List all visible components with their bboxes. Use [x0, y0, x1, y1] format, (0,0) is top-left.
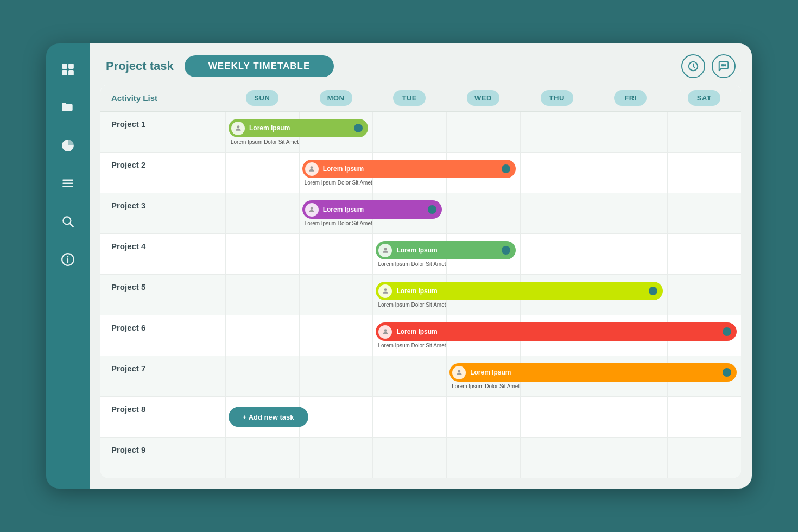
cell-row6-day3	[446, 356, 520, 396]
svg-rect-3	[68, 70, 74, 75]
table-row: Project 8+ Add new task	[100, 397, 741, 438]
cell-row4-day4	[520, 275, 594, 315]
cell-row3-day2	[372, 234, 446, 274]
cell-row5-day2	[372, 315, 446, 356]
cell-row1-day3	[446, 153, 520, 193]
sidebar-icon-info[interactable]	[57, 249, 79, 270]
table-row: Project 7Lorem IpsumLorem Ipsum Dolor Si…	[100, 356, 741, 397]
activity-column-header: Activity List	[100, 85, 225, 111]
col-header-wed: WED	[446, 85, 520, 111]
cell-row6-day5	[594, 356, 668, 396]
cell-row8-day1	[299, 438, 373, 478]
col-header-sun: SUN	[225, 85, 299, 111]
cell-row5-day0	[225, 315, 299, 356]
svg-rect-2	[62, 70, 67, 75]
cell-row0-day3	[446, 112, 520, 152]
sidebar	[46, 43, 90, 489]
chat-button[interactable]	[712, 54, 736, 78]
cell-row7-day5	[594, 397, 668, 437]
timetable: Activity List SUN MON TUE WED THU FRI SA…	[100, 85, 741, 478]
sidebar-icon-list[interactable]	[57, 173, 79, 194]
svg-point-11	[67, 256, 69, 258]
row-label-0: Project 1	[100, 112, 225, 152]
cell-row1-day0	[225, 153, 299, 193]
table-row: Project 2Lorem IpsumLorem Ipsum Dolor Si…	[100, 153, 741, 193]
cell-row4-day3	[446, 275, 520, 315]
weekly-timetable-badge: WEEKLY TIMETABLE	[185, 55, 334, 77]
cell-row5-day3	[446, 315, 520, 356]
cell-row6-day2	[372, 356, 446, 396]
cell-row6-day0	[225, 356, 299, 396]
row-label-1: Project 2	[100, 153, 225, 193]
cell-row1-day4	[520, 153, 594, 193]
cell-row7-day3	[446, 397, 520, 437]
row-label-2: Project 3	[100, 193, 225, 233]
sidebar-icon-chart[interactable]	[57, 135, 79, 156]
cell-row4-day1	[299, 275, 373, 315]
cell-row4-day5	[594, 275, 668, 315]
cell-row6-day6	[667, 356, 741, 396]
col-header-thu: THU	[520, 85, 594, 111]
sidebar-icon-grid[interactable]	[57, 59, 79, 80]
cell-row8-day4	[520, 438, 594, 478]
svg-rect-5	[62, 182, 73, 184]
row-label-6: Project 7	[100, 356, 225, 396]
cell-row2-day4	[520, 193, 594, 233]
cell-row3-day0	[225, 234, 299, 274]
main-content: Project task WEEKLY TIMETABLE Activity L…	[90, 43, 752, 489]
cell-row5-day1	[299, 315, 373, 356]
svg-rect-4	[62, 179, 73, 181]
page-title: Project task	[106, 59, 174, 73]
cell-row3-day6	[667, 234, 741, 274]
cell-row2-day2	[372, 193, 446, 233]
cell-row7-day6	[667, 397, 741, 437]
svg-rect-1	[68, 64, 74, 69]
header: Project task WEEKLY TIMETABLE	[90, 43, 752, 85]
cell-row8-day5	[594, 438, 668, 478]
cell-row3-day1	[299, 234, 373, 274]
cell-row8-day3	[446, 438, 520, 478]
main-container: Project task WEEKLY TIMETABLE Activity L…	[46, 43, 752, 489]
table-row: Project 9	[100, 438, 741, 478]
cell-row5-day5	[594, 315, 668, 356]
add-new-task-button[interactable]: + Add new task	[229, 407, 308, 427]
cell-row2-day3	[446, 193, 520, 233]
cell-row6-day1	[299, 356, 373, 396]
clock-button[interactable]	[681, 54, 705, 78]
row-label-3: Project 4	[100, 234, 225, 274]
cell-row1-day1	[299, 153, 373, 193]
cell-row4-day6	[667, 275, 741, 315]
svg-rect-6	[62, 186, 73, 187]
cell-row8-day2	[372, 438, 446, 478]
table-header: Activity List SUN MON TUE WED THU FRI SA…	[100, 85, 741, 112]
svg-point-15	[725, 65, 726, 66]
cell-row1-day2	[372, 153, 446, 193]
table-row: Project 3Lorem IpsumLorem Ipsum Dolor Si…	[100, 193, 741, 234]
cell-row0-day4	[520, 112, 594, 152]
cell-row6-day4	[520, 356, 594, 396]
cell-row4-day0	[225, 275, 299, 315]
col-header-tue: TUE	[372, 85, 446, 111]
svg-line-8	[70, 224, 73, 227]
cell-row1-day5	[594, 153, 668, 193]
row-label-7: Project 8	[100, 397, 225, 437]
cell-row0-day0	[225, 112, 299, 152]
header-actions	[681, 54, 736, 78]
svg-rect-0	[62, 64, 67, 69]
sidebar-icon-folder[interactable]	[57, 97, 79, 118]
cell-row7-day4	[520, 397, 594, 437]
col-header-mon: MON	[299, 85, 373, 111]
table-row: Project 5Lorem IpsumLorem Ipsum Dolor Si…	[100, 275, 741, 315]
cell-row1-day6	[667, 153, 741, 193]
table-body: Project 1Lorem IpsumLorem Ipsum Dolor Si…	[100, 112, 741, 478]
cell-row0-day6	[667, 112, 741, 152]
cell-row2-day1	[299, 193, 373, 233]
cell-row3-day4	[520, 234, 594, 274]
cell-row2-day5	[594, 193, 668, 233]
cell-row0-day5	[594, 112, 668, 152]
row-label-5: Project 6	[100, 315, 225, 356]
cell-row8-day0	[225, 438, 299, 478]
cell-row3-day5	[594, 234, 668, 274]
sidebar-icon-search[interactable]	[57, 211, 79, 232]
col-header-sat: SAT	[667, 85, 741, 111]
